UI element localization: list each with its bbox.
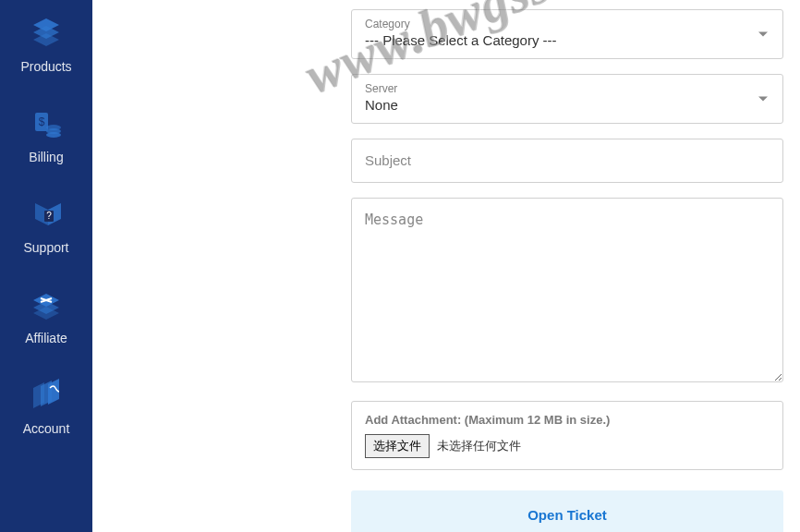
svg-text:$: $ [39,115,45,128]
sidebar-item-label: Products [20,59,71,74]
billing-icon: $ [28,107,65,140]
sidebar-item-account[interactable]: Account [0,362,92,453]
sidebar-item-label: Account [23,421,70,436]
sidebar-item-products[interactable]: Products [0,0,92,91]
sidebar-item-billing[interactable]: $ Billing [0,91,92,181]
sidebar: Products $ Billing ? Support Affiliate A… [0,0,92,532]
svg-point-4 [46,132,61,138]
attachment-label: Add Attachment: (Maximum 12 MB in size.) [365,413,770,427]
sidebar-item-label: Affiliate [25,331,67,345]
sidebar-item-affiliate[interactable]: Affiliate [0,272,92,362]
category-label: Category [365,18,770,30]
message-textarea[interactable] [351,198,783,382]
category-value: --- Please Select a Category --- [365,32,557,48]
affiliate-icon [28,288,65,321]
server-select[interactable]: Server None [351,74,783,124]
choose-file-button[interactable]: 选择文件 [365,434,430,458]
sidebar-item-label: Billing [29,150,63,164]
attachment-section: Add Attachment: (Maximum 12 MB in size.)… [351,401,783,470]
caret-down-icon [758,32,768,37]
svg-text:?: ? [46,211,52,221]
category-select[interactable]: Category --- Please Select a Category --… [351,9,783,59]
server-value: None [365,97,398,113]
file-status: 未选择任何文件 [437,439,521,453]
support-icon: ? [28,198,65,231]
sidebar-item-support[interactable]: ? Support [0,181,92,272]
ticket-form: Category --- Please Select a Category --… [92,0,800,532]
sidebar-item-label: Support [23,240,68,255]
subject-input[interactable] [365,152,770,168]
caret-down-icon [758,97,768,102]
subject-field-wrapper [351,139,783,183]
account-icon [28,379,65,412]
open-ticket-button[interactable]: Open Ticket [351,490,783,532]
server-label: Server [365,82,770,95]
layers-icon [28,17,65,50]
